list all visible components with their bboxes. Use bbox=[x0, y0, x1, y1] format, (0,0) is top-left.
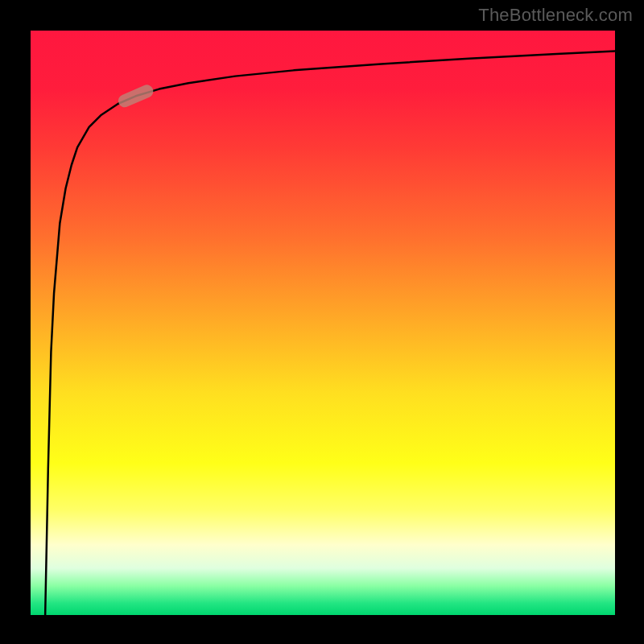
chart-stage: TheBottleneck.com bbox=[0, 0, 644, 644]
curve-layer bbox=[31, 31, 615, 615]
curve-marker bbox=[116, 83, 155, 109]
curve-path bbox=[45, 51, 615, 615]
credit-text: TheBottleneck.com bbox=[478, 5, 633, 26]
